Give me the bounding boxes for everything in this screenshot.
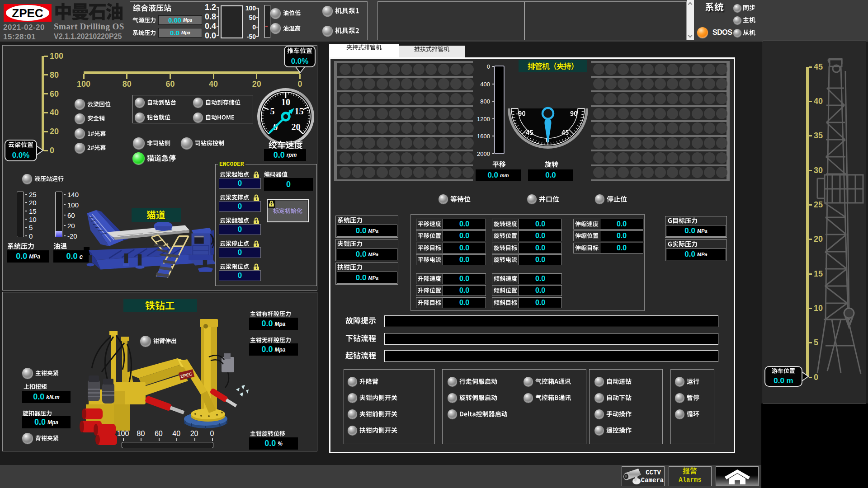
svg-text:20: 20 bbox=[292, 122, 301, 132]
svg-text:5: 5 bbox=[270, 106, 274, 116]
svg-text:15: 15 bbox=[295, 106, 304, 116]
svg-text:10: 10 bbox=[281, 97, 290, 107]
